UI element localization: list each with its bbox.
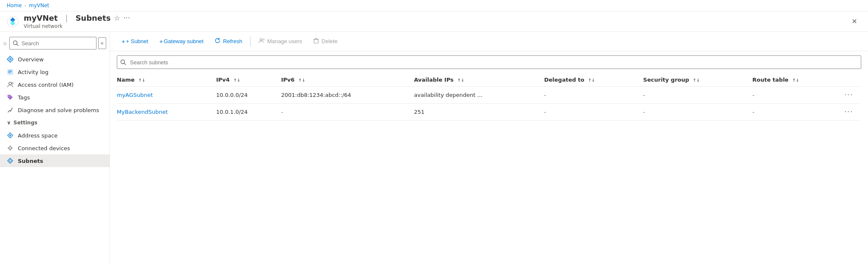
sidebar-item-address-space[interactable]: Address space [0, 129, 110, 142]
sidebar-item-devices-label: Connected devices [18, 145, 70, 151]
sidebar: ◇ « Overview [0, 32, 110, 264]
search-wrap [9, 37, 96, 50]
col-ipv4[interactable]: IPv4 ↑↓ [216, 73, 281, 87]
resource-logo [7, 16, 19, 28]
svg-marker-24 [9, 160, 11, 162]
manage-users-icon [259, 38, 265, 45]
collapse-button[interactable]: « [98, 37, 106, 49]
col-delegated[interactable]: Delegated to ↑↓ [544, 73, 643, 87]
row-security: - [643, 104, 752, 121]
sidebar-item-devices[interactable]: Connected devices [0, 142, 110, 154]
add-subnet-button[interactable]: + + Subnet [117, 36, 153, 47]
sidebar-item-activity-label: Activity log [18, 69, 49, 75]
diagnose-icon [7, 107, 14, 113]
breadcrumb-resource[interactable]: myVNet [29, 3, 49, 8]
add-gateway-icon: + [159, 38, 163, 44]
row-name[interactable]: MyBackendSubnet [117, 104, 216, 121]
breadcrumb-home[interactable]: Home [7, 3, 22, 8]
refresh-label: Refresh [223, 38, 242, 44]
delete-icon [313, 38, 319, 45]
sidebar-item-overview[interactable]: Overview [0, 53, 110, 66]
add-subnet-label: + Subnet [126, 38, 148, 44]
svg-point-26 [263, 39, 265, 40]
sidebar-item-subnets[interactable]: Subnets [0, 154, 110, 167]
svg-marker-17 [9, 134, 11, 137]
col-actions-header [844, 73, 861, 87]
sidebar-item-subnets-label: Subnets [18, 158, 43, 164]
search-input[interactable] [9, 37, 96, 50]
sort-arrows-security: ↑↓ [693, 78, 700, 82]
subnets-table: Name ↑↓ IPv4 ↑↓ IPv6 ↑↓ Available IPs [117, 73, 861, 121]
sidebar-item-activity[interactable]: Activity log [0, 66, 110, 78]
overview-icon [7, 56, 14, 63]
svg-rect-7 [8, 69, 13, 74]
activity-icon [7, 69, 14, 75]
resource-subtitle: Virtual network [24, 23, 130, 29]
resource-name: myVNet [24, 14, 58, 22]
col-available-ips[interactable]: Available IPs ↑↓ [414, 73, 544, 87]
table-search-input[interactable] [117, 55, 861, 69]
table-header-row: Name ↑↓ IPv4 ↑↓ IPv6 ↑↓ Available IPs [117, 73, 861, 87]
row-delegated: - [544, 104, 643, 121]
svg-point-12 [8, 96, 9, 96]
refresh-button[interactable]: Refresh [210, 35, 247, 47]
add-gateway-button[interactable]: + Gateway subnet [154, 36, 208, 47]
settings-section-header[interactable]: ∨ Settings [0, 116, 110, 129]
sort-arrows-available: ↑↓ [457, 78, 464, 82]
sidebar-item-address-label: Address space [18, 132, 58, 139]
favorite-icon[interactable]: ☆ [114, 14, 120, 22]
table-row: MyBackendSubnet 10.0.1.0/24 - 251 - - - … [117, 104, 861, 121]
row-ipv6: 2001:db8:1234:abcd::/64 [281, 87, 414, 104]
manage-users-button[interactable]: Manage users [254, 35, 306, 47]
title-divider: | [65, 14, 68, 22]
breadcrumb-separator: › [24, 3, 26, 8]
delete-label: Delete [322, 38, 338, 44]
tags-icon [7, 94, 14, 101]
toolbar-separator [250, 36, 251, 47]
sidebar-search-row: ◇ « [0, 35, 110, 53]
sort-arrows-delegated: ↑↓ [588, 78, 595, 82]
svg-point-18 [9, 147, 11, 149]
content-area: + + Subnet + Gateway subnet Refresh [110, 32, 868, 264]
row-security: - [643, 87, 752, 104]
manage-users-label: Manage users [267, 38, 302, 44]
chevron-down-icon: ∨ [7, 120, 11, 126]
row-ipv4: 10.0.1.0/24 [216, 104, 281, 121]
breadcrumb: Home › myVNet [0, 0, 868, 11]
sidebar-item-iam[interactable]: Access control (IAM) [0, 78, 110, 91]
row-actions[interactable]: ··· [844, 87, 861, 104]
svg-marker-23 [8, 158, 13, 163]
more-options-icon[interactable]: ··· [124, 14, 130, 22]
row-available-ips: 251 [414, 104, 544, 121]
svg-point-11 [11, 82, 13, 84]
svg-rect-27 [314, 39, 318, 43]
sidebar-item-tags-label: Tags [18, 94, 30, 101]
close-button[interactable]: ✕ [848, 15, 861, 28]
svg-point-10 [9, 82, 11, 85]
delete-button[interactable]: Delete [309, 35, 342, 47]
col-ipv6[interactable]: IPv6 ↑↓ [281, 73, 414, 87]
col-route[interactable]: Route table ↑↓ [752, 73, 844, 87]
sidebar-item-diagnose[interactable]: Diagnose and solve problems [0, 104, 110, 116]
page-name: Subnets [75, 14, 110, 22]
svg-marker-6 [8, 58, 12, 61]
sort-arrows-ipv6: ↑↓ [298, 78, 306, 82]
row-name[interactable]: myAGSubnet [117, 87, 216, 104]
table-row: myAGSubnet 10.0.0.0/24 2001:db8:1234:abc… [117, 87, 861, 104]
svg-point-25 [260, 38, 262, 41]
row-available-ips: availability dependent ... [414, 87, 544, 104]
col-security[interactable]: Security group ↑↓ [643, 73, 752, 87]
sort-arrows-ipv4: ↑↓ [233, 78, 240, 82]
table-wrap: Name ↑↓ IPv4 ↑↓ IPv6 ↑↓ Available IPs [110, 73, 868, 264]
add-subnet-icon: + [121, 38, 125, 44]
sidebar-item-overview-label: Overview [18, 56, 44, 63]
toolbar: + + Subnet + Gateway subnet Refresh [110, 32, 868, 51]
col-name[interactable]: Name ↑↓ [117, 73, 216, 87]
sidebar-item-tags[interactable]: Tags [0, 91, 110, 104]
row-ipv6: - [281, 104, 414, 121]
row-delegated: - [544, 87, 643, 104]
devices-icon [7, 145, 14, 151]
sort-arrows-route: ↑↓ [792, 78, 799, 82]
row-actions[interactable]: ··· [844, 104, 861, 121]
sidebar-item-diagnose-label: Diagnose and solve problems [18, 107, 99, 113]
